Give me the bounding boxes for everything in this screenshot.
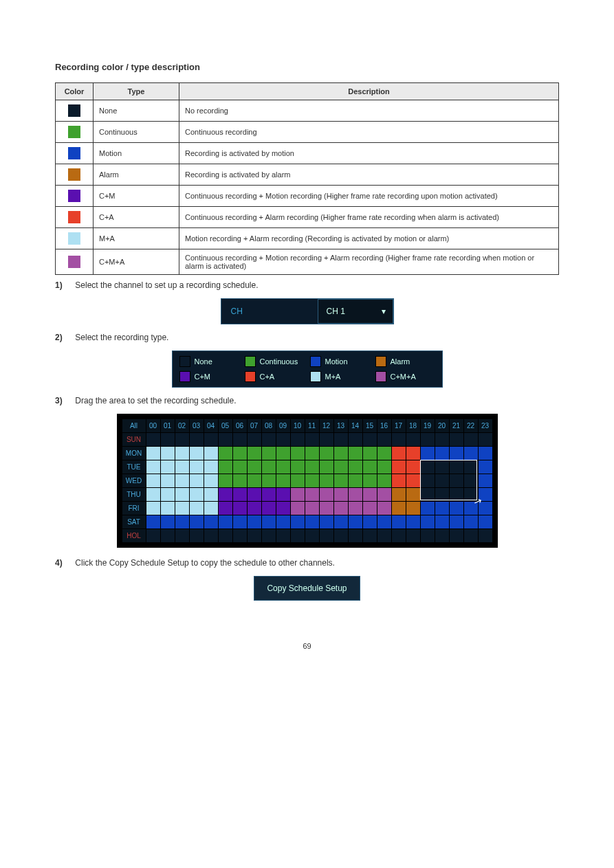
schedule-cell[interactable]: [161, 447, 175, 460]
schedule-cell[interactable]: [406, 529, 420, 542]
schedule-cell[interactable]: [377, 515, 391, 528]
schedule-cell[interactable]: [161, 433, 175, 446]
schedule-cell[interactable]: [377, 488, 391, 501]
hour-header[interactable]: 00: [146, 419, 160, 432]
schedule-cell[interactable]: [435, 433, 449, 446]
schedule-cell[interactable]: [175, 515, 189, 528]
hour-header[interactable]: 17: [392, 419, 406, 432]
schedule-cell[interactable]: [305, 474, 319, 487]
schedule-cell[interactable]: [276, 433, 290, 446]
hour-header[interactable]: 14: [349, 419, 362, 432]
grid-all-button[interactable]: All: [122, 419, 146, 432]
schedule-cell[interactable]: [435, 460, 449, 474]
schedule-cell[interactable]: [262, 488, 276, 501]
schedule-cell[interactable]: [377, 502, 391, 515]
schedule-cell[interactable]: [464, 515, 478, 528]
schedule-cell[interactable]: [479, 447, 492, 460]
schedule-cell[interactable]: [363, 488, 377, 501]
schedule-cell[interactable]: [421, 488, 435, 501]
schedule-cell[interactable]: [233, 447, 247, 460]
schedule-cell[interactable]: [392, 447, 406, 460]
schedule-cell[interactable]: [291, 460, 305, 474]
schedule-cell[interactable]: [479, 474, 492, 487]
schedule-cell[interactable]: [377, 529, 391, 542]
schedule-cell[interactable]: [406, 488, 420, 501]
schedule-cell[interactable]: [262, 474, 276, 487]
hour-header[interactable]: 21: [450, 419, 463, 432]
day-header[interactable]: SAT: [122, 515, 146, 528]
schedule-cell[interactable]: [219, 433, 232, 446]
schedule-cell[interactable]: [392, 515, 406, 528]
schedule-cell[interactable]: [349, 433, 362, 446]
schedule-cell[interactable]: [233, 474, 247, 487]
schedule-cell[interactable]: [320, 502, 333, 515]
hour-header[interactable]: 12: [320, 419, 333, 432]
schedule-cell[interactable]: [161, 529, 175, 542]
schedule-cell[interactable]: [233, 488, 247, 501]
schedule-cell[interactable]: [479, 460, 492, 474]
schedule-cell[interactable]: [392, 488, 406, 501]
schedule-cell[interactable]: [305, 515, 319, 528]
schedule-cell[interactable]: [349, 502, 362, 515]
schedule-cell[interactable]: [190, 447, 204, 460]
hour-header[interactable]: 16: [377, 419, 391, 432]
schedule-cell[interactable]: [175, 433, 189, 446]
schedule-cell[interactable]: [146, 502, 160, 515]
schedule-cell[interactable]: [421, 515, 435, 528]
day-header[interactable]: HOL: [122, 529, 146, 542]
schedule-cell[interactable]: [175, 529, 189, 542]
schedule-cell[interactable]: [262, 502, 276, 515]
schedule-cell[interactable]: [406, 515, 420, 528]
schedule-cell[interactable]: [464, 433, 478, 446]
hour-header[interactable]: 15: [363, 419, 377, 432]
schedule-cell[interactable]: [204, 502, 218, 515]
schedule-cell[interactable]: [363, 529, 377, 542]
schedule-cell[interactable]: [204, 488, 218, 501]
schedule-cell[interactable]: [161, 515, 175, 528]
hour-header[interactable]: 23: [479, 419, 492, 432]
schedule-cell[interactable]: [334, 474, 348, 487]
schedule-cell[interactable]: [392, 474, 406, 487]
schedule-cell[interactable]: [146, 529, 160, 542]
schedule-cell[interactable]: [248, 515, 261, 528]
schedule-cell[interactable]: [479, 529, 492, 542]
legend-item[interactable]: C+M: [177, 369, 242, 384]
schedule-cell[interactable]: [190, 502, 204, 515]
day-header[interactable]: WED: [122, 474, 146, 487]
schedule-cell[interactable]: [320, 529, 333, 542]
legend-item[interactable]: None: [177, 354, 242, 369]
schedule-cell[interactable]: [305, 447, 319, 460]
schedule-cell[interactable]: [406, 502, 420, 515]
hour-header[interactable]: 09: [276, 419, 290, 432]
schedule-cell[interactable]: [146, 447, 160, 460]
schedule-cell[interactable]: [146, 488, 160, 501]
hour-header[interactable]: 03: [190, 419, 204, 432]
schedule-cell[interactable]: [450, 515, 463, 528]
schedule-cell[interactable]: [175, 447, 189, 460]
schedule-cell[interactable]: [204, 460, 218, 474]
hour-header[interactable]: 22: [464, 419, 478, 432]
schedule-cell[interactable]: [248, 474, 261, 487]
schedule-cell[interactable]: [233, 515, 247, 528]
schedule-cell[interactable]: [175, 460, 189, 474]
hour-header[interactable]: 18: [406, 419, 420, 432]
hour-header[interactable]: 06: [233, 419, 247, 432]
schedule-cell[interactable]: [464, 460, 478, 474]
schedule-cell[interactable]: [291, 433, 305, 446]
schedule-cell[interactable]: [377, 433, 391, 446]
schedule-cell[interactable]: [349, 447, 362, 460]
schedule-cell[interactable]: [291, 488, 305, 501]
schedule-cell[interactable]: [479, 433, 492, 446]
schedule-cell[interactable]: [392, 433, 406, 446]
schedule-cell[interactable]: [291, 515, 305, 528]
schedule-cell[interactable]: [450, 460, 463, 474]
schedule-cell[interactable]: [276, 502, 290, 515]
schedule-cell[interactable]: [276, 515, 290, 528]
schedule-cell[interactable]: [233, 460, 247, 474]
schedule-cell[interactable]: [276, 460, 290, 474]
schedule-cell[interactable]: [363, 460, 377, 474]
schedule-cell[interactable]: [276, 529, 290, 542]
schedule-cell[interactable]: [421, 460, 435, 474]
schedule-cell[interactable]: [377, 474, 391, 487]
schedule-cell[interactable]: [305, 529, 319, 542]
